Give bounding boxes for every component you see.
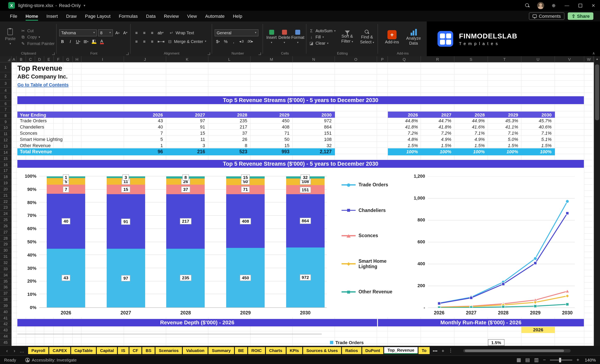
menu-insert[interactable]: Insert (42, 11, 62, 21)
dialog-launcher-icon[interactable] (207, 53, 210, 55)
column-header-W[interactable]: W (584, 56, 594, 62)
cell[interactable]: 5.1% (521, 137, 555, 142)
copy-button[interactable]: ⧉Copy▾ (21, 35, 55, 39)
row-header-6[interactable]: 6 (0, 101, 12, 107)
autosum-button[interactable]: ΣAutoSum▾ (309, 28, 336, 33)
row-header-23[interactable]: 23 (0, 205, 12, 211)
row-header-2[interactable]: 2 (0, 72, 12, 80)
sort-filter-button[interactable]: Sort &Filter ▾ (339, 30, 356, 44)
row-header-35[interactable]: 35 (0, 278, 12, 284)
cell[interactable]: 5.0% (488, 137, 522, 142)
row-header-1[interactable]: 1 (0, 62, 12, 72)
sheet-tab-kpis[interactable]: KPIs (286, 347, 302, 354)
cell[interactable]: 50 (251, 137, 293, 142)
row-header-8[interactable]: 8 (0, 113, 12, 119)
maximize-button[interactable] (573, 0, 587, 11)
orientation-button[interactable]: ab▾ (157, 29, 164, 36)
dialog-launcher-icon[interactable] (126, 53, 129, 55)
addins-button[interactable]: + Add-ins (384, 30, 400, 44)
row-header-44[interactable]: 44 (0, 333, 12, 340)
cell[interactable]: 108 (293, 137, 335, 142)
column-header-C[interactable]: C (26, 56, 35, 62)
menu-review[interactable]: Review (160, 11, 183, 21)
legend-item[interactable]: Trade Orders (342, 182, 398, 188)
menu-formulas[interactable]: Formulas (115, 11, 142, 21)
row-header-27[interactable]: 27 (0, 229, 12, 236)
toc-link[interactable]: Go to Table of Contents (17, 82, 69, 87)
cell[interactable]: 7.1% (455, 131, 488, 136)
format-painter-button[interactable]: ✎Format Painter (21, 41, 55, 46)
cell[interactable]: 864 (293, 125, 335, 129)
cell[interactable]: 7.2% (388, 131, 421, 136)
cell[interactable]: 235 (208, 118, 251, 123)
select-all-corner[interactable] (0, 56, 12, 62)
fill-button[interactable]: ↓Fill▾ (309, 35, 336, 39)
legend-item[interactable]: Chandeliers (342, 208, 398, 213)
menu-data[interactable]: Data (142, 11, 160, 21)
zoom-slider[interactable] (550, 359, 572, 361)
clear-button[interactable]: ◪Clear▾ (309, 41, 336, 46)
column-header-V[interactable]: V (555, 56, 584, 62)
cell[interactable]: 32 (293, 143, 335, 148)
format-cells-button[interactable]: Format▾ (291, 29, 304, 45)
cell[interactable]: 523 (208, 149, 251, 154)
cell[interactable]: 1.5% (521, 143, 555, 148)
row-header-18[interactable]: 18 (0, 174, 12, 180)
row-header-28[interactable]: 28 (0, 235, 12, 242)
row-header-39[interactable]: 39 (0, 303, 12, 309)
cell[interactable]: 2,127 (293, 149, 335, 154)
sheet-tab-payroll[interactable]: Payroll (28, 347, 49, 354)
row-header-20[interactable]: 20 (0, 186, 12, 192)
sheet-tab-bs[interactable]: BS (142, 347, 155, 354)
sheet-tab-sources-uses[interactable]: Sources & Uses (303, 347, 341, 354)
align-middle-icon[interactable]: ≡ (141, 29, 148, 36)
row-header-25[interactable]: 25 (0, 217, 12, 223)
sheet-tab-is[interactable]: IS (118, 347, 129, 354)
underline-button[interactable]: U▾ (75, 38, 82, 45)
cell[interactable]: 41.8% (388, 125, 421, 129)
cell[interactable]: 37 (208, 131, 251, 136)
column-header-F[interactable]: F (54, 56, 63, 62)
cell[interactable]: 7 (124, 131, 166, 136)
cell[interactable]: 5 (124, 137, 166, 142)
column-header-J[interactable]: J (124, 56, 166, 62)
stacked-bar-2029[interactable]: 450408715015 (226, 176, 265, 307)
paste-button[interactable]: Paste▾ (2, 23, 18, 51)
cell[interactable]: 41.1% (488, 125, 522, 129)
cell[interactable]: 4.9% (455, 137, 488, 142)
vertical-scroll-thumb[interactable] (595, 64, 599, 120)
scroll-up-icon[interactable]: ▴ (594, 56, 600, 62)
cell[interactable]: 100% (455, 149, 488, 154)
row-header-19[interactable]: 19 (0, 180, 12, 186)
comments-button[interactable]: Comments (529, 12, 564, 20)
cell[interactable]: 100% (521, 149, 555, 154)
cell[interactable]: 45.7% (521, 118, 555, 123)
insert-cells-button[interactable]: Insert▾ (265, 29, 277, 45)
percent-style-button[interactable]: % (223, 38, 229, 45)
row-header-12[interactable]: 12 (0, 137, 12, 143)
sheet-tab-capex[interactable]: CAPEX (49, 347, 70, 354)
column-header-G[interactable]: G (63, 56, 73, 62)
row-header-11[interactable]: 11 (0, 131, 12, 137)
cell[interactable]: 7.2% (421, 131, 455, 136)
minimize-button[interactable]: — (560, 0, 573, 11)
normal-view-icon[interactable]: ▦ (516, 357, 521, 363)
cell[interactable]: 4.8% (388, 137, 421, 142)
column-header-L[interactable]: L (208, 56, 251, 62)
cell[interactable]: 1.5% (488, 143, 522, 148)
sheet-tab-top-revenue[interactable]: Top_Revenue (384, 347, 418, 354)
page-break-view-icon[interactable]: ▥ (534, 357, 539, 363)
row-header-31[interactable]: 31 (0, 254, 12, 260)
spreadsheet-canvas[interactable]: Top Revenue ABC Company Inc. Go to Table… (12, 62, 594, 346)
column-header-O[interactable]: O (335, 56, 377, 62)
add-sheet-button[interactable]: + (442, 348, 444, 353)
row-header-22[interactable]: 22 (0, 199, 12, 205)
cell[interactable]: 7.1% (521, 131, 555, 136)
column-header-E[interactable]: E (44, 56, 54, 62)
shrink-font-button[interactable]: A▾ (122, 29, 129, 36)
share-button[interactable]: ⇧Share (568, 12, 593, 20)
cell[interactable]: 100% (421, 149, 455, 154)
tabs-scroll-left-icon[interactable]: ‹ (3, 348, 11, 353)
tabs-more-icon[interactable]: … (18, 348, 26, 353)
dialog-launcher-icon[interactable] (258, 53, 261, 55)
